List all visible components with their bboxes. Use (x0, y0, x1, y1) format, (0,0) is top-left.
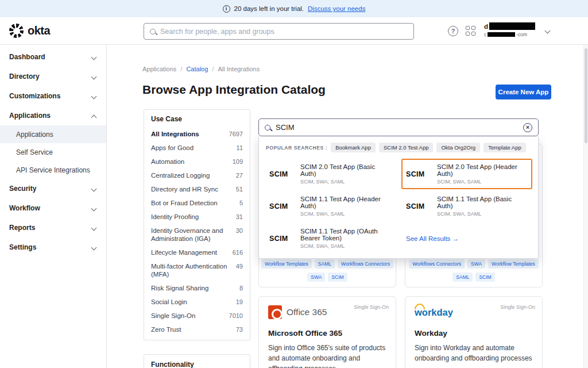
chevron-down-icon[interactable] (545, 28, 551, 34)
popular-chip-template-app[interactable]: Template App (483, 143, 526, 152)
result-scim20-basic-auth[interactable]: SCIM SCIM 2.0 Test App (Basic Auth) SCIM… (265, 159, 396, 189)
top-header: okta d c -com (0, 17, 588, 45)
sign-on-mode-label: Single Sign-On (354, 304, 389, 310)
app-card-description: Sign into Workday and automate onboardin… (415, 343, 533, 363)
filter-panel: Use Case All Integrations 7697 Apps for … (144, 109, 250, 368)
filter-social-login[interactable]: Social Login 19 (144, 295, 250, 309)
chevron-down-icon (91, 244, 97, 250)
main-content: Applications Catalog All Integrations Br… (107, 45, 588, 368)
protocol-tag: Workflows Connectors (409, 259, 465, 269)
result-scim11-header-auth[interactable]: SCIM SCIM 1.1 Test App (Header Auth) SCI… (265, 191, 396, 221)
filter-zero-trust[interactable]: Zero Trust 73 (144, 323, 250, 336)
trial-banner-text: 20 days left in your trial. (234, 5, 304, 12)
page-title: Browse App Integration Catalog (142, 83, 326, 97)
result-scim20-header-auth[interactable]: SCIM SCIM 2.0 Test App (Header Auth) SCI… (401, 159, 532, 189)
account-email-suffix: -com (516, 32, 527, 37)
sidebar-item-security[interactable]: Security (0, 179, 106, 198)
functionality-heading: Functionality (144, 354, 250, 368)
sidebar-item-reports[interactable]: Reports (0, 218, 106, 237)
breadcrumb-applications[interactable]: Applications (142, 66, 176, 72)
filter-identity-proofing[interactable]: Identity Proofing 31 (144, 210, 250, 224)
filter-bot-fraud-detection[interactable]: Bot or Fraud Detection 5 (144, 196, 250, 210)
protocol-tag: SAML (452, 273, 473, 282)
protocol-tag: Workflow Templates (488, 259, 539, 269)
global-search-input[interactable] (160, 28, 408, 36)
scrollbar-thumb[interactable] (585, 48, 587, 143)
popular-chip-bookmark-app[interactable]: Bookmark App (331, 143, 376, 152)
clear-search-icon[interactable] (523, 123, 532, 132)
filter-all-integrations[interactable]: All Integrations 7697 (144, 127, 250, 141)
sidebar-item-applications[interactable]: Applications (0, 106, 106, 125)
create-new-app-button[interactable]: Create New App (496, 85, 551, 99)
chevron-down-icon (91, 205, 97, 211)
chevron-down-icon (91, 225, 97, 231)
result-scim11-oauth-bearer[interactable]: SCIM SCIM 1.1 Test App (OAuth Bearer Tok… (265, 223, 396, 254)
popular-chip-scim20-test-app[interactable]: SCIM 2.0 Test App (379, 143, 434, 152)
scim-logo: SCIM (269, 170, 296, 178)
popular-chip-okta-org2org[interactable]: Okta Org2Org (436, 143, 480, 152)
filter-iga[interactable]: Identity Governance and Administration (… (144, 224, 250, 246)
apps-grid-icon[interactable] (466, 26, 475, 36)
vertical-scrollbar[interactable] (583, 45, 588, 368)
app-card-title: Microsoft Office 365 (268, 329, 386, 338)
filter-single-sign-on[interactable]: Single Sign-On 7010 (144, 309, 250, 323)
trial-banner: 20 days left in your trial. Discuss your… (0, 0, 588, 17)
filter-lifecycle-management[interactable]: Lifecycle Management 616 (144, 246, 250, 259)
filter-centralized-logging[interactable]: Centralized Logging 27 (144, 168, 250, 182)
catalog-search[interactable] (258, 118, 539, 136)
chevron-up-icon (91, 114, 97, 120)
help-icon[interactable] (448, 26, 458, 36)
sidebar-subitem-api-service-integrations[interactable]: API Service Integrations (0, 161, 106, 179)
okta-wordmark: okta (28, 24, 50, 37)
scim-logo: SCIM (406, 170, 432, 178)
breadcrumb-catalog[interactable]: Catalog (176, 66, 208, 72)
app-card-description: Sign into Office 365's suite of products… (268, 343, 386, 368)
office365-wordmark: Office 365 (287, 307, 327, 317)
search-results-dropdown: POPULAR SEARCHES : Bookmark App SCIM 2.0… (258, 136, 539, 259)
breadcrumb: Applications Catalog All Integrations (142, 66, 260, 72)
filter-directory-hr-sync[interactable]: Directory and HR Sync 51 (144, 182, 250, 196)
filter-apps-for-good[interactable]: Apps for Good 11 (144, 141, 250, 155)
sidebar-subitem-self-service[interactable]: Self Service (0, 143, 106, 161)
discuss-needs-link[interactable]: Discuss your needs (308, 5, 365, 12)
search-icon (265, 125, 270, 131)
info-icon (223, 5, 230, 13)
protocol-tag: SWA (307, 273, 325, 282)
chevron-down-icon (91, 54, 97, 60)
okta-logo[interactable]: okta (9, 24, 50, 38)
breadcrumb-all-integrations: All Integrations (208, 66, 260, 72)
protocol-tag: SCIM (328, 273, 347, 282)
protocol-tag: SCIM (475, 273, 494, 282)
sidebar-item-customizations[interactable]: Customizations (0, 86, 106, 106)
account-email-fragment: c (484, 32, 486, 37)
sidebar-item-settings[interactable]: Settings (0, 237, 106, 257)
chevron-down-icon (91, 74, 97, 79)
protocol-tag: SWA (467, 259, 485, 269)
catalog-search-input[interactable] (276, 123, 518, 132)
okta-aura-icon (9, 24, 24, 38)
use-case-heading: Use Case (144, 110, 250, 127)
sidebar-item-dashboard[interactable]: Dashboard (0, 47, 106, 67)
scim-logo: SCIM (269, 235, 296, 243)
sidebar-subitem-applications[interactable]: Applications (0, 125, 106, 143)
protocol-tag: SAML (315, 259, 335, 269)
filter-automation[interactable]: Automation 109 (144, 155, 250, 168)
chevron-down-icon (91, 93, 97, 99)
chevron-down-icon (91, 186, 97, 191)
filter-mfa[interactable]: Multi-factor Authentication (MFA) 49 (144, 259, 250, 281)
sidebar-item-workflow[interactable]: Workflow (0, 198, 106, 218)
search-icon (150, 29, 156, 34)
global-search[interactable] (144, 23, 414, 40)
protocol-tag: Workflow Templates (261, 259, 312, 269)
app-card-title: Workday (415, 329, 533, 338)
sidebar-item-directory[interactable]: Directory (0, 67, 106, 86)
see-all-results-link[interactable]: See All Results → (401, 223, 532, 254)
result-scim11-basic-auth[interactable]: SCIM SCIM 1.1 Test App (Basic Auth) SCIM… (401, 191, 532, 221)
app-card-workday[interactable]: Single Sign-On workday Workday Sign into… (405, 296, 543, 368)
popular-searches-label: POPULAR SEARCHES : (266, 145, 327, 151)
app-card-office365[interactable]: Single Sign-On Office 365 Microsoft Offi… (258, 296, 396, 368)
scim-logo: SCIM (269, 202, 296, 210)
redaction-box (488, 32, 515, 37)
filter-risk-signal-sharing[interactable]: Risk Signal Sharing 8 (144, 281, 250, 295)
account-menu[interactable]: d c -com (484, 22, 535, 37)
